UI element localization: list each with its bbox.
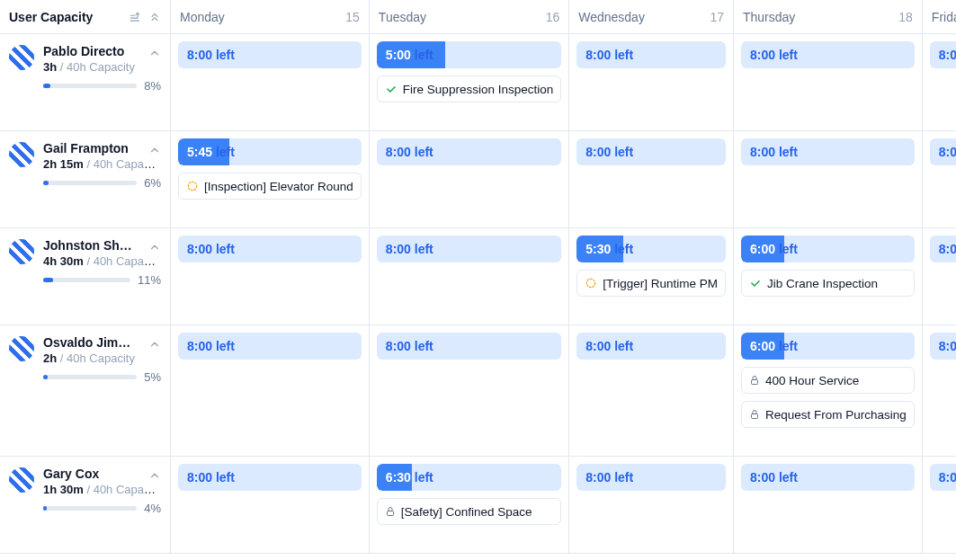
capacity-pill[interactable]: 8:00 left bbox=[930, 236, 956, 262]
capacity-time: 8:00 bbox=[386, 242, 411, 256]
task-label: [Safety] Confined Space bbox=[401, 505, 532, 519]
capacity-pill[interactable]: 8:00 left bbox=[741, 464, 915, 491]
day-cell[interactable]: 8:00 left bbox=[171, 457, 370, 554]
day-cell[interactable]: 8:00 left bbox=[923, 131, 956, 228]
capacity-left-label: left bbox=[212, 48, 235, 62]
capacity-pill[interactable]: 6:00 left bbox=[741, 333, 915, 360]
day-cell[interactable]: 8:00 left bbox=[370, 228, 569, 325]
day-header[interactable]: Wednesday17 bbox=[569, 0, 734, 34]
capacity-pill[interactable]: 8:00 left bbox=[178, 41, 362, 68]
capacity-bar bbox=[43, 278, 130, 282]
day-cell[interactable]: 8:00 left bbox=[370, 325, 569, 457]
chevron-up-icon[interactable] bbox=[148, 469, 161, 482]
capacity-pill[interactable]: 8:00 left bbox=[930, 464, 956, 491]
capacity-pill[interactable]: 8:00 left bbox=[377, 138, 561, 165]
capacity-pill[interactable]: 8:00 left bbox=[178, 464, 362, 491]
day-header[interactable]: Tuesday16 bbox=[370, 0, 569, 34]
capacity-bar bbox=[43, 375, 137, 379]
day-cell[interactable]: 5:45 left[Inspection] Elevator Round bbox=[171, 131, 370, 228]
day-cell[interactable]: 8:00 left bbox=[923, 228, 956, 325]
collapse-all-icon[interactable] bbox=[148, 11, 161, 23]
day-cell[interactable]: 8:00 left bbox=[569, 457, 734, 554]
capacity-pill[interactable]: 5:00 left bbox=[377, 41, 561, 68]
chevron-up-icon[interactable] bbox=[148, 241, 161, 253]
task-pill[interactable]: Request From Purchasing bbox=[741, 401, 915, 428]
lock-icon bbox=[385, 506, 396, 517]
capacity-pill[interactable]: 8:00 left bbox=[576, 464, 726, 491]
user-hours: 2h 15m bbox=[43, 157, 84, 171]
capacity-pill[interactable]: 8:00 left bbox=[576, 333, 726, 360]
capacity-left-label: left bbox=[611, 48, 633, 62]
capacity-pill[interactable]: 8:00 left bbox=[178, 333, 362, 360]
task-label: 400 Hour Service bbox=[765, 374, 859, 387]
chevron-up-icon[interactable] bbox=[148, 47, 161, 59]
day-header[interactable]: Monday15 bbox=[171, 0, 370, 34]
day-cell[interactable]: 8:00 left bbox=[734, 131, 923, 228]
capacity-pill[interactable]: 5:30 left bbox=[576, 236, 726, 262]
day-cell[interactable]: 8:00 left bbox=[171, 228, 370, 325]
capacity-time: 8:00 bbox=[750, 48, 775, 62]
capacity-pill[interactable]: 8:00 left bbox=[741, 138, 915, 165]
user-row-header[interactable]: Gail Frampton2h 15m / 40h Capacity6% bbox=[0, 131, 171, 228]
capacity-time: 8:00 bbox=[939, 339, 956, 353]
capacity-pill[interactable]: 8:00 left bbox=[930, 41, 956, 68]
task-pill[interactable]: [Inspection] Elevator Round bbox=[178, 173, 362, 200]
user-row-header[interactable]: Pablo Directo3h / 40h Capacity8% bbox=[0, 34, 171, 131]
day-cell[interactable]: 8:00 left bbox=[734, 34, 923, 131]
capacity-column-header[interactable]: User Capacity bbox=[0, 0, 171, 34]
capacity-bar bbox=[43, 84, 137, 88]
user-row-header[interactable]: Osvaldo Jimenez2h / 40h Capacity5% bbox=[0, 325, 171, 457]
capacity-pill[interactable]: 8:00 left bbox=[576, 138, 726, 165]
task-pill[interactable]: [Trigger] Runtime PM bbox=[576, 270, 726, 297]
day-header[interactable]: Friday19 bbox=[923, 0, 956, 34]
capacity-time: 6:00 bbox=[750, 242, 775, 256]
day-cell[interactable]: 5:00 leftFire Suppression Inspection bbox=[370, 34, 569, 131]
avatar bbox=[9, 467, 34, 493]
capacity-pill[interactable]: 8:00 left bbox=[576, 41, 726, 68]
task-label: Fire Suppression Inspection bbox=[403, 83, 553, 96]
user-row-header[interactable]: Johnston Shepherd4h 30m / 40h Capacity11… bbox=[0, 228, 171, 325]
user-capacity: 40h Capacity bbox=[67, 60, 135, 74]
day-name: Friday bbox=[932, 10, 956, 24]
day-cell[interactable]: 8:00 left bbox=[171, 325, 370, 457]
day-cell[interactable]: 6:30 left[Safety] Confined Space bbox=[370, 457, 569, 554]
capacity-pill[interactable]: 8:00 left bbox=[377, 236, 561, 262]
day-cell[interactable]: 8:00 left bbox=[923, 34, 956, 131]
task-pill[interactable]: Jib Crane Inspection bbox=[741, 270, 915, 297]
capacity-pill[interactable]: 8:00 left bbox=[178, 236, 362, 262]
capacity-pill[interactable]: 8:00 left bbox=[930, 333, 956, 360]
day-name: Tuesday bbox=[379, 10, 426, 24]
day-cell[interactable]: 6:00 leftJib Crane Inspection bbox=[734, 228, 923, 325]
day-cell[interactable]: 6:00 left400 Hour ServiceRequest From Pu… bbox=[734, 325, 923, 457]
sort-icon[interactable] bbox=[129, 11, 141, 23]
day-cell[interactable]: 8:00 left bbox=[171, 34, 370, 131]
capacity-pill[interactable]: 6:30 left bbox=[377, 464, 561, 491]
day-cell[interactable]: 8:00 left bbox=[923, 457, 956, 554]
capacity-pill[interactable]: 8:00 left bbox=[741, 41, 915, 68]
capacity-pill[interactable]: 8:00 left bbox=[377, 333, 561, 360]
capacity-left-label: left bbox=[411, 339, 433, 353]
day-cell[interactable]: 8:00 left bbox=[923, 325, 956, 457]
lock-icon bbox=[749, 409, 760, 420]
capacity-pill[interactable]: 8:00 left bbox=[930, 138, 956, 165]
task-pill[interactable]: 400 Hour Service bbox=[741, 367, 915, 394]
user-row-header[interactable]: Gary Cox1h 30m / 40h Capacity4% bbox=[0, 457, 171, 554]
day-cell[interactable]: 5:30 left[Trigger] Runtime PM bbox=[569, 228, 734, 325]
day-header[interactable]: Thursday18 bbox=[734, 0, 923, 34]
task-pill[interactable]: [Safety] Confined Space bbox=[377, 498, 561, 525]
task-pill[interactable]: Fire Suppression Inspection bbox=[377, 76, 561, 102]
day-cell[interactable]: 8:00 left bbox=[569, 131, 734, 228]
chevron-up-icon[interactable] bbox=[148, 338, 161, 351]
day-number: 16 bbox=[546, 10, 560, 24]
capacity-bar bbox=[43, 506, 137, 511]
day-cell[interactable]: 8:00 left bbox=[569, 325, 734, 457]
capacity-pill[interactable]: 5:45 left bbox=[178, 138, 362, 165]
day-cell[interactable]: 8:00 left bbox=[734, 457, 923, 554]
chevron-up-icon[interactable] bbox=[148, 144, 161, 156]
capacity-percent: 5% bbox=[144, 370, 161, 384]
day-cell[interactable]: 8:00 left bbox=[569, 34, 734, 131]
svg-point-1 bbox=[587, 279, 595, 287]
capacity-pill[interactable]: 6:00 left bbox=[741, 236, 915, 262]
day-cell[interactable]: 8:00 left bbox=[370, 131, 569, 228]
capacity-time: 8:00 bbox=[386, 145, 411, 159]
